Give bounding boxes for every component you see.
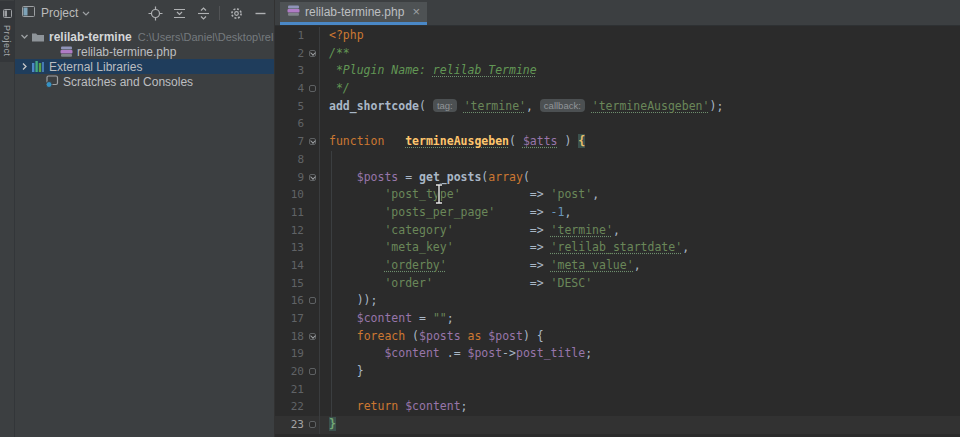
fold-marker-start-icon[interactable] — [309, 333, 316, 340]
tab-label: relilab-termine.php — [305, 5, 404, 19]
line-number: 2 — [275, 45, 307, 63]
line-number: 4 — [275, 80, 307, 98]
fold-column[interactable] — [307, 45, 320, 63]
line-number: 11 — [275, 204, 307, 222]
code-text: *Plugin Name: relilab Termine — [320, 62, 960, 80]
gear-icon[interactable] — [226, 3, 246, 23]
ide-window: Project Project — [0, 0, 960, 437]
code-line[interactable]: 9 $posts = get_posts(array( — [275, 169, 960, 187]
project-path: C:\Users\Daniel\Desktop\relilab\relilab-… — [138, 31, 274, 43]
close-icon[interactable]: × — [412, 7, 420, 17]
code-text: /** — [320, 45, 960, 63]
code-line[interactable]: 16 )); — [275, 292, 960, 310]
code-line[interactable]: 6 — [275, 115, 960, 133]
code-text: <?php — [320, 27, 960, 45]
fold-column — [307, 239, 320, 257]
fold-column — [307, 381, 320, 399]
fold-column[interactable] — [307, 328, 320, 346]
code-line[interactable]: 8 — [275, 151, 960, 169]
fold-column[interactable] — [307, 133, 320, 151]
line-number: 9 — [275, 169, 307, 187]
hide-panel-icon[interactable] — [250, 3, 270, 23]
code-text: add_shortcode( tag: 'termine', callback:… — [320, 98, 960, 116]
code-line[interactable]: 12 'category' => 'termine', — [275, 222, 960, 240]
line-number: 20 — [275, 363, 307, 381]
fold-marker-end-icon[interactable] — [309, 421, 316, 428]
fold-column[interactable] — [307, 292, 320, 310]
fold-column[interactable] — [307, 363, 320, 381]
tree-item-external-libraries[interactable]: External Libraries — [15, 59, 274, 74]
code-line[interactable]: 22 return $content; — [275, 398, 960, 416]
project-stripe-icon — [3, 4, 12, 22]
fold-column — [307, 62, 320, 80]
code-line[interactable]: 15 'order' => 'DESC' — [275, 275, 960, 293]
code-line[interactable]: 10 'post_type' => 'post', — [275, 186, 960, 204]
code-area: 1<?php2/**3 *Plugin Name: relilab Termin… — [275, 27, 960, 434]
code-text: } — [320, 363, 960, 381]
code-line[interactable]: 2/** — [275, 45, 960, 63]
code-line[interactable]: 1<?php — [275, 27, 960, 45]
chevron-down-icon[interactable] — [82, 6, 90, 20]
tree-item-file[interactable]: relilab-termine.php — [15, 44, 274, 59]
code-line[interactable]: 7function termineAusgeben( $atts ) { — [275, 133, 960, 151]
code-text: function termineAusgeben( $atts ) { — [320, 133, 960, 151]
fold-column — [307, 257, 320, 275]
code-text: $content = ""; — [320, 310, 960, 328]
fold-marker-start-icon[interactable] — [309, 50, 316, 57]
code-line[interactable]: 4 */ — [275, 80, 960, 98]
collapse-all-icon[interactable] — [193, 3, 213, 23]
code-line[interactable]: 5add_shortcode( tag: 'termine', callback… — [275, 98, 960, 116]
fold-column[interactable] — [307, 169, 320, 187]
editor-pane: relilab-termine.php × 1<?php2/**3 *Plugi… — [275, 0, 960, 437]
code-line[interactable]: 13 'meta_key' => 'relilab_startdate', — [275, 239, 960, 257]
project-tree: relilab-termineC:\Users\Daniel\Desktop\r… — [15, 26, 274, 89]
fold-marker-end-icon[interactable] — [309, 85, 316, 92]
line-number: 13 — [275, 239, 307, 257]
project-panel: Project relilab-termineC:\Users\Daniel\ — [15, 0, 275, 437]
fold-marker-start-icon[interactable] — [309, 138, 316, 145]
project-panel-header: Project — [15, 0, 274, 26]
fold-marker-end-icon[interactable] — [309, 368, 316, 375]
code-text — [320, 151, 960, 169]
editor[interactable]: 1<?php2/**3 *Plugin Name: relilab Termin… — [275, 26, 960, 437]
code-line[interactable]: 18 foreach ($posts as $post) { — [275, 328, 960, 346]
code-line[interactable]: 17 $content = ""; — [275, 310, 960, 328]
php-file-icon — [287, 4, 300, 20]
chevron-right-icon[interactable] — [18, 62, 30, 71]
code-line[interactable]: 23} — [275, 416, 960, 434]
line-number: 17 — [275, 310, 307, 328]
tab-relilab-termine-php[interactable]: relilab-termine.php × — [280, 2, 427, 25]
line-number: 21 — [275, 381, 307, 399]
fold-marker-start-icon[interactable] — [309, 174, 316, 181]
tree-item-label: External Libraries — [49, 60, 142, 74]
code-text — [320, 115, 960, 133]
fold-column[interactable] — [307, 80, 320, 98]
fold-marker-end-icon[interactable] — [309, 297, 316, 304]
line-number: 8 — [275, 151, 307, 169]
tree-item-root[interactable]: relilab-termineC:\Users\Daniel\Desktop\r… — [15, 29, 274, 44]
code-line[interactable]: 21 — [275, 381, 960, 399]
code-line[interactable]: 20 } — [275, 363, 960, 381]
line-number: 23 — [275, 416, 307, 434]
php-file-icon — [58, 45, 74, 58]
line-number: 22 — [275, 398, 307, 416]
code-line[interactable]: 11 'posts_per_page' => -1, — [275, 204, 960, 222]
fold-column[interactable] — [307, 416, 320, 434]
code-line[interactable]: 14 'orderby' => 'meta_value', — [275, 257, 960, 275]
stripe-tab-project[interactable]: Project — [0, 1, 14, 62]
locate-button[interactable] — [145, 3, 165, 23]
code-text: 'category' => 'termine', — [320, 222, 960, 240]
expand-all-icon[interactable] — [169, 3, 189, 23]
code-text: foreach ($posts as $post) { — [320, 328, 960, 346]
fold-column — [307, 275, 320, 293]
tree-item-scratches[interactable]: Scratches and Consoles — [15, 74, 274, 89]
line-number: 10 — [275, 186, 307, 204]
panel-title: Project — [41, 6, 78, 20]
code-text: $posts = get_posts(array( — [320, 169, 960, 187]
tree-item-label: relilab-termine — [49, 30, 132, 44]
code-line[interactable]: 3 *Plugin Name: relilab Termine — [275, 62, 960, 80]
chevron-down-icon[interactable] — [18, 32, 30, 41]
code-line[interactable]: 19 $content .= $post->post_title; — [275, 345, 960, 363]
code-text: 'orderby' => 'meta_value', — [320, 257, 960, 275]
folder-icon — [30, 31, 46, 43]
